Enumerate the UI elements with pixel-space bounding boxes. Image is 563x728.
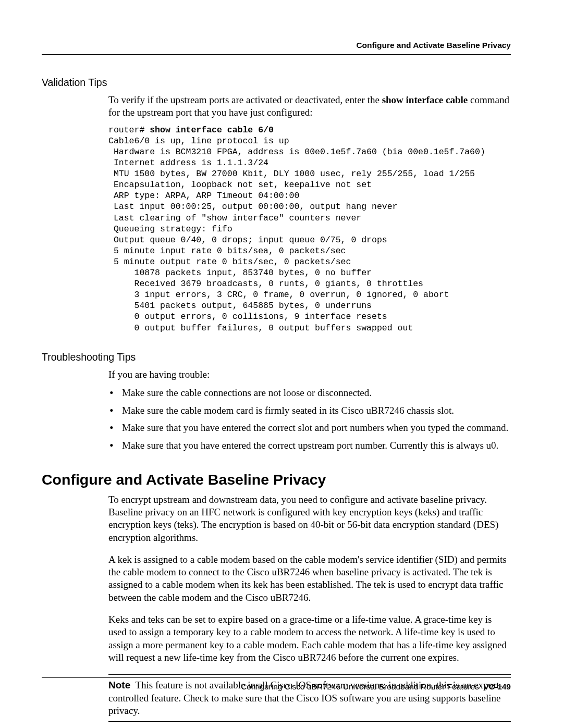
footer-title: Configuring Cisco uBR7246 Universal Broa… [241,682,479,691]
validation-heading: Validation Tips [42,77,511,89]
troubleshooting-list: Make sure the cable connections are not … [108,386,511,452]
footer-page-number: VC-149 [483,682,511,691]
section-p1: To encrypt upstream and downstream data,… [108,493,511,544]
list-item: Make sure the cable connections are not … [108,386,511,400]
list-item: Make sure the cable modem card is firmly… [108,404,511,417]
validation-intro: To verify if the upstream ports are acti… [108,94,511,119]
code-command: show interface cable 6/0 [150,125,274,135]
header-rule [42,54,511,55]
section-heading: Configure and Activate Baseline Privacy [42,471,511,488]
troubleshooting-intro: If you are having trouble: Make sure the… [108,368,511,452]
code-body: Cable6/0 is up, line protocol is up Hard… [108,136,485,333]
validation-code-block: router# show interface cable 6/0 Cable6/… [108,125,511,334]
list-item: Make sure that you have entered the corr… [108,421,511,435]
footer-rule [42,677,511,678]
section-p2: A kek is assigned to a cable modem based… [108,553,511,604]
page-footer: Configuring Cisco uBR7246 Universal Broa… [42,677,511,692]
section-p3: Keks and teks can be set to expire based… [108,613,511,664]
troubleshooting-heading: Troubleshooting Tips [42,351,511,363]
list-item: Make sure that you have entered the corr… [108,439,511,452]
troubleshooting-intro-text: If you are having trouble: [108,368,511,381]
validation-intro-cmd: show interface cable [382,94,468,105]
running-header: Configure and Activate Baseline Privacy [42,41,511,50]
validation-intro-pre: To verify if the upstream ports are acti… [108,94,382,105]
code-prompt: router# [108,125,150,135]
